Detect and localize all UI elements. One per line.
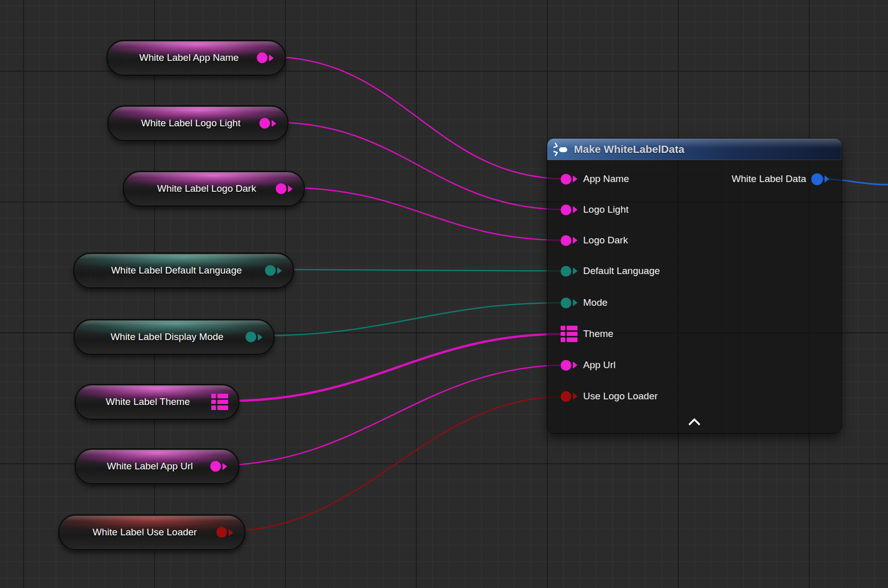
wire-default-language[interactable] bbox=[278, 269, 567, 271]
wire-use-loader[interactable] bbox=[226, 396, 567, 531]
pin-circle-icon bbox=[259, 118, 270, 129]
blueprint-canvas[interactable]: White Label App Name White Label Logo Li… bbox=[0, 0, 888, 588]
pin-label: Use Logo Loader bbox=[583, 391, 658, 402]
variable-label: White Label App Name bbox=[125, 52, 253, 63]
pin-label: White Label Data bbox=[731, 173, 806, 185]
pin-circle-icon bbox=[257, 53, 268, 63]
pin-circle-icon bbox=[246, 332, 256, 343]
variable-label: White Label Default Language bbox=[92, 265, 261, 276]
enum-output-pin[interactable] bbox=[246, 332, 262, 343]
pin-arrow-icon bbox=[573, 237, 578, 244]
string-output-pin[interactable] bbox=[210, 461, 227, 472]
pin-label: Theme bbox=[583, 328, 613, 340]
make-whitelabeldata-node[interactable]: Make WhiteLabelData App Name Logo Light … bbox=[547, 139, 841, 433]
pin-arrow-icon bbox=[825, 175, 829, 183]
input-row-logo-dark[interactable]: Logo Dark bbox=[561, 232, 628, 249]
pin-arrow-icon bbox=[272, 120, 276, 127]
pin-arrow-icon bbox=[269, 54, 274, 61]
input-row-use-logo-loader[interactable]: Use Logo Loader bbox=[561, 388, 658, 405]
string-output-pin[interactable] bbox=[276, 184, 293, 194]
pin-label: App Url bbox=[583, 359, 615, 371]
input-row-logo-light[interactable]: Logo Light bbox=[561, 201, 629, 218]
pin-circle-icon[interactable] bbox=[561, 235, 571, 246]
pin-label: Logo Dark bbox=[583, 235, 628, 246]
pin-arrow-icon bbox=[229, 529, 233, 536]
pin-arrow-icon bbox=[277, 267, 282, 274]
variable-node-white-label-app-name[interactable]: White Label App Name bbox=[106, 40, 286, 76]
bool-output-pin[interactable] bbox=[216, 527, 233, 538]
string-output-pin[interactable] bbox=[259, 118, 276, 129]
variable-label: White Label Theme bbox=[93, 396, 203, 408]
pin-arrow-icon bbox=[573, 299, 578, 306]
node-title: Make WhiteLabelData bbox=[574, 143, 684, 155]
variable-label: White Label Use Loader bbox=[77, 527, 213, 538]
pin-label: Logo Light bbox=[583, 204, 629, 215]
variable-node-white-label-use-loader[interactable]: White Label Use Loader bbox=[58, 514, 246, 550]
pin-circle-icon bbox=[210, 461, 221, 472]
wire-logo-light[interactable] bbox=[272, 122, 567, 210]
collapse-chevron-button[interactable] bbox=[687, 418, 702, 427]
pin-circle-icon[interactable] bbox=[561, 174, 571, 185]
pin-circle-icon[interactable] bbox=[561, 266, 571, 277]
input-row-theme[interactable]: Theme bbox=[561, 325, 613, 343]
pin-label: Default Language bbox=[583, 265, 660, 277]
variable-node-white-label-app-url[interactable]: White Label App Url bbox=[75, 448, 239, 484]
pin-circle-icon[interactable] bbox=[561, 298, 571, 308]
variable-node-white-label-logo-dark[interactable]: White Label Logo Dark bbox=[123, 171, 305, 207]
variable-node-white-label-theme[interactable]: White Label Theme bbox=[75, 384, 239, 420]
pin-circle-icon bbox=[265, 265, 276, 276]
variable-label: White Label App Url bbox=[93, 461, 207, 472]
input-row-default-language[interactable]: Default Language bbox=[561, 262, 660, 280]
pin-arrow-icon bbox=[288, 185, 293, 192]
string-output-pin[interactable] bbox=[257, 53, 274, 63]
variable-node-white-label-display-mode[interactable]: White Label Display Mode bbox=[74, 319, 275, 355]
node-header[interactable]: Make WhiteLabelData bbox=[547, 139, 841, 160]
variable-label: White Label Display Mode bbox=[92, 331, 242, 343]
pin-arrow-icon bbox=[223, 463, 227, 470]
pin-arrow-icon bbox=[573, 267, 578, 275]
wire-logo-dark[interactable] bbox=[284, 188, 567, 240]
pin-label: Mode bbox=[583, 297, 608, 308]
pin-circle-icon bbox=[216, 527, 227, 538]
pin-circle-icon bbox=[276, 184, 286, 194]
pin-arrow-icon bbox=[573, 206, 578, 213]
chevron-up-icon bbox=[688, 418, 700, 430]
pin-circle-icon[interactable] bbox=[811, 173, 823, 185]
wire-theme[interactable] bbox=[229, 334, 565, 401]
variable-node-white-label-default-language[interactable]: White Label Default Language bbox=[73, 253, 294, 288]
wire-app-url[interactable] bbox=[218, 365, 567, 465]
input-row-mode[interactable]: Mode bbox=[561, 294, 608, 311]
pin-circle-icon[interactable] bbox=[561, 360, 571, 371]
pin-circle-icon[interactable] bbox=[561, 205, 571, 215]
pin-arrow-icon bbox=[258, 333, 262, 341]
output-row-white-label-data[interactable]: White Label Data bbox=[731, 170, 829, 188]
pin-arrow-icon bbox=[573, 393, 578, 400]
enum-output-pin[interactable] bbox=[265, 265, 282, 276]
pin-arrow-icon bbox=[573, 175, 578, 183]
input-row-app-url[interactable]: App Url bbox=[561, 356, 615, 374]
pin-arrow-icon bbox=[573, 361, 578, 369]
make-struct-icon bbox=[553, 143, 569, 156]
struct-pin-icon[interactable] bbox=[211, 394, 228, 410]
wire-app-name[interactable] bbox=[270, 57, 567, 179]
wire-display-mode[interactable] bbox=[256, 303, 567, 336]
input-row-app-name[interactable]: App Name bbox=[561, 170, 629, 188]
struct-pin-icon[interactable] bbox=[561, 326, 578, 342]
variable-label: White Label Logo Dark bbox=[141, 183, 272, 194]
variable-label: White Label Logo Light bbox=[126, 118, 256, 129]
pin-label: App Name bbox=[583, 173, 629, 185]
variable-node-white-label-logo-light[interactable]: White Label Logo Light bbox=[107, 105, 288, 141]
pin-circle-icon[interactable] bbox=[561, 391, 571, 402]
